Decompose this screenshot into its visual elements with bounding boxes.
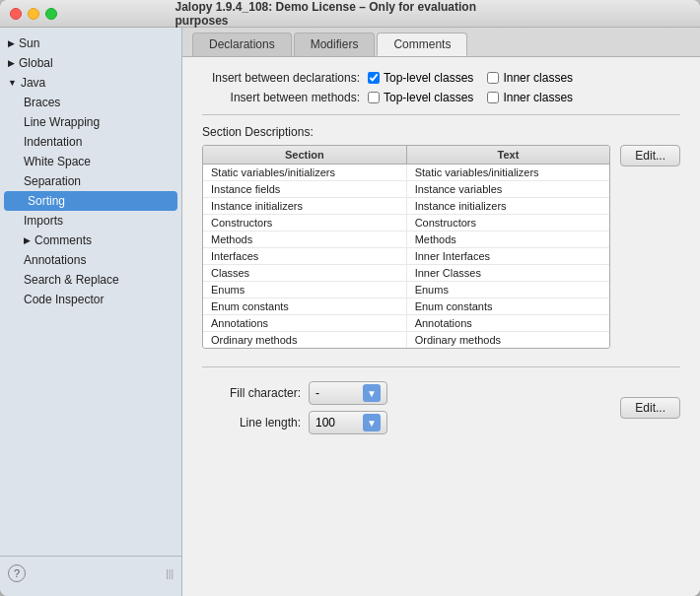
- fill-character-row: Fill character: - ▼: [202, 381, 387, 405]
- sidebar-item-line-wrapping[interactable]: Line Wrapping: [0, 112, 181, 132]
- insert-methods-checkboxes: Top-level classes Inner classes: [368, 91, 573, 104]
- table-body: Static variables/initializers Static var…: [203, 165, 609, 348]
- cell-section: Interfaces: [203, 248, 407, 264]
- close-button[interactable]: [10, 8, 22, 20]
- bottom-controls: Fill character: - ▼ Line length: 100 ▼: [202, 381, 680, 434]
- cb-inner-classes-declarations-input[interactable]: [487, 72, 499, 84]
- edit-button-top[interactable]: Edit...: [620, 145, 680, 166]
- right-panel: Declarations Modifiers Comments Insert b…: [182, 28, 700, 596]
- cb-inner-classes-methods-input[interactable]: [487, 92, 499, 103]
- fill-character-dropdown[interactable]: - ▼: [309, 381, 387, 405]
- cb-inner-classes-declarations: Inner classes: [487, 71, 573, 85]
- insert-declarations-label: Insert between declarations:: [202, 71, 360, 85]
- line-length-row: Line length: 100 ▼: [202, 411, 387, 434]
- cb-inner-classes-declarations-label: Inner classes: [503, 71, 573, 85]
- cell-text: Instance variables: [407, 181, 610, 197]
- cell-section: Enums: [203, 282, 407, 298]
- sidebar-item-label: Line Wrapping: [24, 115, 100, 129]
- table-row[interactable]: Ordinary methods Ordinary methods: [203, 332, 609, 348]
- dropdown-arrow-icon: ▼: [363, 384, 381, 402]
- resize-handle[interactable]: |||: [166, 568, 174, 579]
- sidebar-item-comments[interactable]: ▶ Comments: [0, 231, 181, 250]
- sidebar-item-global[interactable]: ▶ Global: [0, 53, 181, 73]
- table-row[interactable]: Static variables/initializers Static var…: [203, 165, 609, 181]
- sidebar-item-label: White Space: [24, 155, 91, 168]
- cb-inner-classes-methods-label: Inner classes: [503, 91, 573, 104]
- cell-section: Instance initializers: [203, 198, 407, 214]
- cb-top-level-methods-label: Top-level classes: [384, 91, 473, 104]
- cell-section: Instance fields: [203, 181, 407, 197]
- maximize-button[interactable]: [45, 8, 57, 20]
- cell-section: Methods: [203, 232, 407, 247]
- table-row[interactable]: Methods Methods: [203, 232, 609, 248]
- sidebar-item-code-inspector[interactable]: Code Inspector: [0, 290, 181, 309]
- cell-section: Ordinary methods: [203, 332, 407, 348]
- cell-text: Methods: [407, 232, 610, 247]
- sidebar-item-label: Braces: [24, 96, 60, 109]
- tab-bar: Declarations Modifiers Comments: [182, 28, 700, 57]
- sidebar-item-label: Imports: [24, 214, 63, 228]
- expand-icon: ▶: [24, 235, 31, 245]
- table-row[interactable]: Enums Enums: [203, 282, 609, 298]
- sidebar-item-sorting[interactable]: Sorting: [4, 191, 177, 211]
- table-row[interactable]: Instance fields Instance variables: [203, 181, 609, 198]
- sidebar-item-indentation[interactable]: Indentation: [0, 132, 181, 152]
- sidebar-item-label: Global: [19, 56, 53, 70]
- cell-text: Constructors: [407, 215, 610, 231]
- dropdown-arrow-icon: ▼: [363, 414, 381, 431]
- sidebar-item-label: Search & Replace: [24, 273, 119, 287]
- tab-modifiers[interactable]: Modifiers: [294, 33, 376, 56]
- sidebar-item-white-space[interactable]: White Space: [0, 152, 181, 171]
- cb-top-level-declarations: Top-level classes: [368, 71, 473, 85]
- table-row[interactable]: Classes Inner Classes: [203, 265, 609, 282]
- fill-character-value: -: [315, 386, 319, 400]
- expand-icon: ▶: [8, 38, 15, 48]
- table-row[interactable]: Instance initializers Instance initializ…: [203, 198, 609, 215]
- sidebar-item-sun[interactable]: ▶ Sun: [0, 33, 181, 53]
- sidebar-item-label: Java: [21, 76, 45, 90]
- line-length-dropdown[interactable]: 100 ▼: [309, 411, 387, 434]
- sidebar-footer: ? |||: [0, 556, 181, 590]
- sidebar-item-annotations[interactable]: Annotations: [0, 250, 181, 270]
- cell-text: Inner Classes: [407, 265, 610, 281]
- table-row[interactable]: Enum constants Enum constants: [203, 298, 609, 315]
- cell-section: Enum constants: [203, 298, 407, 314]
- expand-icon: ▼: [8, 78, 17, 88]
- cb-top-level-methods: Top-level classes: [368, 91, 473, 104]
- sidebar-item-label: Comments: [35, 233, 92, 247]
- edit-button-bottom[interactable]: Edit...: [620, 397, 680, 419]
- minimize-button[interactable]: [28, 8, 39, 20]
- cell-text: Enum constants: [407, 298, 610, 314]
- insert-methods-row: Insert between methods: Top-level classe…: [202, 91, 680, 104]
- table-row[interactable]: Annotations Annotations: [203, 315, 609, 332]
- sidebar-item-braces[interactable]: Braces: [0, 93, 181, 112]
- tab-declarations[interactable]: Declarations: [192, 33, 292, 56]
- cell-text: Inner Interfaces: [407, 248, 610, 264]
- separator-2: [202, 366, 680, 367]
- fill-character-label: Fill character:: [202, 386, 301, 400]
- panel-content: Insert between declarations: Top-level c…: [182, 57, 700, 596]
- sidebar-item-label: Annotations: [24, 253, 86, 267]
- cb-top-level-declarations-input[interactable]: [368, 72, 380, 84]
- sidebar-item-label: Code Inspector: [24, 293, 104, 306]
- section-table: Section Text Static variables/initialize…: [202, 145, 610, 349]
- sidebar-item-search-replace[interactable]: Search & Replace: [0, 270, 181, 290]
- cell-section: Annotations: [203, 315, 407, 331]
- sidebar-item-separation[interactable]: Separation: [0, 171, 181, 191]
- expand-icon: ▶: [8, 58, 15, 68]
- tab-comments[interactable]: Comments: [377, 33, 467, 56]
- insert-methods-label: Insert between methods:: [202, 91, 360, 104]
- sidebar-item-imports[interactable]: Imports: [0, 211, 181, 231]
- sidebar-item-java[interactable]: ▼ Java: [0, 73, 181, 93]
- cb-top-level-methods-input[interactable]: [368, 92, 380, 103]
- table-row[interactable]: Interfaces Inner Interfaces: [203, 248, 609, 265]
- main-content: ▶ Sun ▶ Global ▼ Java Braces Line Wrappi…: [0, 28, 700, 596]
- cb-top-level-declarations-label: Top-level classes: [384, 71, 473, 85]
- main-window: Jalopy 1.9.4_108: Demo License – Only fo…: [0, 0, 700, 596]
- cell-section: Static variables/initializers: [203, 165, 407, 180]
- section-table-wrapper: Section Text Static variables/initialize…: [202, 145, 610, 357]
- help-button[interactable]: ?: [8, 564, 26, 582]
- titlebar: Jalopy 1.9.4_108: Demo License – Only fo…: [0, 0, 700, 28]
- cell-text: Enums: [407, 282, 610, 298]
- table-row[interactable]: Constructors Constructors: [203, 215, 609, 232]
